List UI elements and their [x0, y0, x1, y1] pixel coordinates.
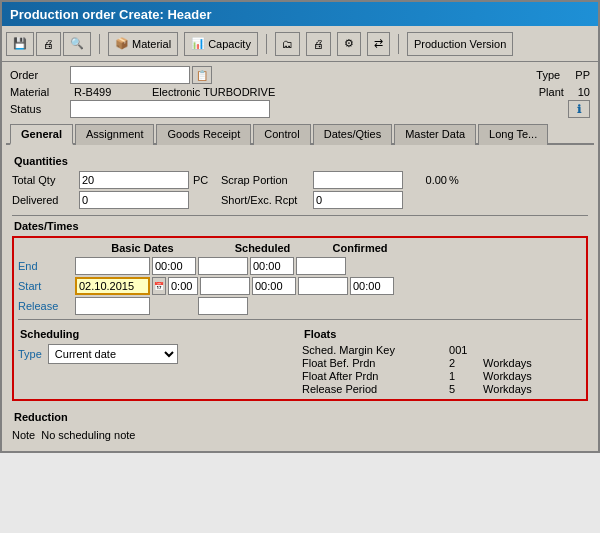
capacity-button-label: Capacity — [208, 38, 251, 50]
margin-key-value: 001 — [449, 344, 479, 356]
reduction-section: Reduction — [12, 407, 298, 427]
org-chart-icon: 🗂 — [282, 38, 293, 50]
float-bef-label: Float Bef. Prdn — [302, 357, 445, 369]
calendar-button[interactable]: 📅 — [152, 277, 166, 295]
tab-long-te[interactable]: Long Te... — [478, 124, 548, 145]
end-basic-time-input[interactable] — [152, 257, 196, 275]
end-label: End — [18, 260, 73, 272]
print-button[interactable]: 🖨 — [36, 32, 61, 56]
scrap-portion-label: Scrap Portion — [221, 174, 311, 186]
toolbar-separator2 — [266, 34, 267, 54]
window-title: Production order Create: Header — [10, 7, 212, 22]
material-label: Material — [10, 86, 70, 98]
material-button[interactable]: 📦 Material — [108, 32, 178, 56]
print2-icon: 🖨 — [313, 38, 324, 50]
reduction-header: Reduction — [14, 411, 298, 423]
short-exc-label: Short/Exc. Rcpt — [221, 194, 311, 206]
scrap-pct-value: 0.00 — [405, 174, 447, 186]
note-section — [302, 407, 588, 427]
total-qty-label: Total Qty — [12, 174, 77, 186]
start-basic-time-input[interactable] — [168, 277, 198, 295]
dates-times-header: Dates/Times — [14, 220, 588, 232]
start-label: Start — [18, 280, 73, 292]
toolbar-separator — [99, 34, 100, 54]
material-value: R-B499 — [74, 86, 144, 98]
scheduled-header: Scheduled — [210, 242, 315, 254]
tab-goods-receipt[interactable]: Goods Receipt — [156, 124, 251, 145]
tab-general[interactable]: General — [10, 124, 73, 145]
float-aft-unit: Workdays — [483, 370, 582, 382]
start-confirmed-date-input[interactable] — [298, 277, 348, 295]
order-input[interactable] — [70, 66, 190, 84]
start-scheduled-time-input[interactable] — [252, 277, 296, 295]
route-button[interactable]: ⇄ — [367, 32, 390, 56]
capacity-button[interactable]: 📊 Capacity — [184, 32, 258, 56]
plant-value: 10 — [578, 86, 590, 98]
tab-dates-qties[interactable]: Dates/Qties — [313, 124, 392, 145]
production-version-button[interactable]: Production Version — [407, 32, 513, 56]
start-confirmed-time-input[interactable] — [350, 277, 394, 295]
scheduling-section: Scheduling Type Current date — [18, 324, 298, 395]
release-basic-date-input[interactable] — [75, 297, 150, 315]
unit-label: PC — [191, 174, 219, 186]
settings-button[interactable]: ⚙ — [337, 32, 361, 56]
total-qty-input[interactable] — [79, 171, 189, 189]
org-chart-button[interactable]: 🗂 — [275, 32, 300, 56]
status-input[interactable] — [70, 100, 270, 118]
type-label: Type — [536, 69, 571, 81]
material-icon: 📦 — [115, 37, 129, 50]
save-button[interactable]: 💾 — [6, 32, 34, 56]
end-basic-date-input[interactable] — [75, 257, 150, 275]
confirmed-header: Confirmed — [315, 242, 405, 254]
release-scheduled-date-input[interactable] — [198, 297, 248, 315]
end-scheduled-date-input[interactable] — [198, 257, 248, 275]
order-search-button[interactable]: 📋 — [192, 66, 212, 84]
scheduling-type-select[interactable]: Current date — [48, 344, 178, 364]
delivered-input[interactable] — [79, 191, 189, 209]
print2-button[interactable]: 🖨 — [306, 32, 331, 56]
floats-header: Floats — [304, 328, 582, 340]
settings-icon: ⚙ — [344, 37, 354, 50]
capacity-icon: 📊 — [191, 37, 205, 50]
tabs-bar: General Assignment Goods Receipt Control… — [6, 122, 594, 145]
save-icon: 💾 — [13, 37, 27, 50]
status-label: Status — [10, 103, 70, 115]
divider1 — [12, 215, 588, 216]
end-scheduled-time-input[interactable] — [250, 257, 294, 275]
find-button[interactable]: 🔍 — [63, 32, 91, 56]
tab-control[interactable]: Control — [253, 124, 310, 145]
start-basic-date-input[interactable] — [75, 277, 150, 295]
print-icon: 🖨 — [43, 38, 54, 50]
scheduling-type-label: Type — [18, 348, 42, 360]
divider-sched — [18, 319, 582, 320]
start-scheduled-date-input[interactable] — [200, 277, 250, 295]
float-aft-label: Float After Prdn — [302, 370, 445, 382]
pct-sign: % — [449, 174, 461, 186]
float-bef-unit: Workdays — [483, 357, 582, 369]
short-exc-input[interactable] — [313, 191, 403, 209]
end-confirmed-date-input[interactable] — [296, 257, 346, 275]
scheduling-header: Scheduling — [20, 328, 298, 340]
toolbar-separator3 — [398, 34, 399, 54]
tab-master-data[interactable]: Master Data — [394, 124, 476, 145]
quantities-header: Quantities — [14, 155, 588, 167]
note-label: Note — [12, 429, 35, 441]
production-version-label: Production Version — [414, 38, 506, 50]
release-label: Release — [18, 300, 73, 312]
basic-dates-header: Basic Dates — [75, 242, 210, 254]
info-button[interactable]: ℹ — [568, 100, 590, 118]
material-desc: Electronic TURBODRIVE — [152, 86, 352, 98]
dates-box: Basic Dates Scheduled Confirmed End St — [12, 236, 588, 401]
delivered-label: Delivered — [12, 194, 77, 206]
material-button-label: Material — [132, 38, 171, 50]
release-period-unit: Workdays — [483, 383, 582, 395]
release-period-label: Release Period — [302, 383, 445, 395]
release-period-value: 5 — [449, 383, 479, 395]
floats-section: Floats Sched. Margin Key 001 Float Bef. … — [302, 324, 582, 395]
type-value: PP — [575, 69, 590, 81]
scrap-portion-input[interactable] — [313, 171, 403, 189]
plant-label: Plant — [539, 86, 574, 98]
tab-assignment[interactable]: Assignment — [75, 124, 154, 145]
order-label: Order — [10, 69, 70, 81]
float-aft-value: 1 — [449, 370, 479, 382]
